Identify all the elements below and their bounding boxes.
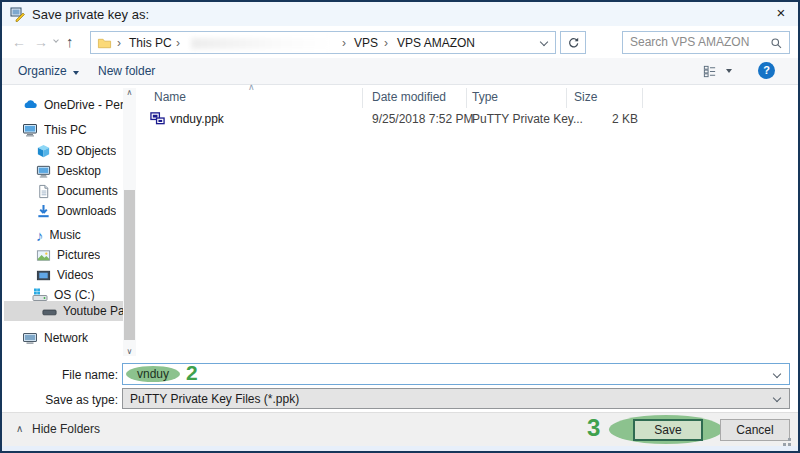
sidebar-item-label: This PC (44, 123, 87, 137)
bottom-strip (2, 446, 798, 451)
hide-folders-caret-icon: ∧ (16, 423, 23, 434)
scroll-down-icon[interactable]: ∨ (123, 347, 136, 356)
sidebar-item-label: 3D Objects (57, 144, 116, 158)
save-button[interactable]: Save (633, 419, 703, 441)
puttygen-app-icon (10, 6, 26, 22)
hide-folders-button[interactable]: Hide Folders (32, 422, 100, 436)
view-mode-icon[interactable] (702, 64, 717, 79)
network-icon (22, 330, 38, 346)
breadcrumb-censored-segment (191, 38, 331, 49)
sidebar-item-label: Music (50, 228, 81, 242)
sidebar-item-youtube-partner[interactable]: Youtube Partner (4, 301, 123, 321)
sidebar-item-label: Downloads (57, 204, 116, 218)
sidebar-scrollbar[interactable]: ∧ ∨ (123, 88, 136, 356)
3d-objects-icon (36, 144, 51, 159)
sidebar-item-label: Videos (57, 268, 93, 282)
cancel-button[interactable]: Cancel (720, 419, 790, 441)
drive-icon (42, 304, 57, 319)
scrollbar-thumb[interactable] (124, 190, 135, 340)
scroll-up-icon[interactable]: ∧ (123, 88, 136, 97)
save-as-dialog: Save private key as: × ← → ↑ › This PC ›… (0, 0, 800, 453)
breadcrumb-dropdown-icon[interactable] (540, 38, 548, 46)
navigation-bar: ← → ↑ › This PC › › VPS › VPS AMAZON (2, 26, 798, 58)
column-divider[interactable] (362, 88, 363, 108)
breadcrumb[interactable]: › This PC › › VPS › VPS AMAZON (90, 31, 556, 54)
column-divider[interactable] (566, 88, 567, 108)
new-folder-button[interactable]: New folder (98, 64, 155, 78)
sidebar-item-music[interactable]: ♪ Music (36, 225, 137, 245)
footer-bar: ∧ Hide Folders 3 Save Cancel (2, 412, 798, 446)
table-row[interactable]: vnduy.ppk 9/25/2018 7:52 PM PuTTY Privat… (142, 109, 792, 129)
folder-icon (97, 36, 112, 51)
sidebar-item-label: Documents (57, 184, 118, 198)
sidebar-item-desktop[interactable]: Desktop (36, 161, 137, 181)
organize-button[interactable]: Organize (18, 64, 79, 78)
column-header-type[interactable]: Type (472, 90, 498, 104)
sidebar-item-this-pc[interactable]: This PC (22, 120, 137, 140)
file-name-cell: vnduy.ppk (170, 112, 224, 126)
breadcrumb-separator: › (342, 36, 346, 50)
search-box[interactable] (622, 31, 790, 54)
back-icon[interactable]: ← (12, 34, 26, 50)
title-bar: Save private key as: × (2, 2, 798, 26)
desktop-icon (36, 164, 51, 179)
command-toolbar: Organize New folder ? (2, 58, 798, 85)
save-as-type-label: Save as type: (6, 393, 118, 407)
close-icon[interactable]: × (768, 4, 794, 24)
refresh-icon (567, 36, 580, 49)
sidebar-item-onedrive[interactable]: OneDrive - Person (22, 95, 137, 115)
file-name-dropdown-icon[interactable] (773, 370, 781, 378)
column-header-date-modified[interactable]: Date modified (372, 90, 446, 104)
help-icon[interactable]: ? (758, 62, 775, 79)
pictures-icon (36, 248, 51, 263)
organize-dropdown-icon (73, 71, 79, 75)
file-name-label: File name: (6, 368, 118, 382)
search-input[interactable] (630, 35, 760, 49)
ppk-file-icon (150, 111, 165, 126)
window-title: Save private key as: (32, 7, 149, 22)
sidebar-item-label: Desktop (57, 164, 101, 178)
view-mode-dropdown-icon[interactable] (726, 69, 732, 73)
up-icon[interactable]: ↑ (66, 33, 74, 50)
history-dropdown-icon[interactable] (53, 37, 59, 43)
column-header-size[interactable]: Size (574, 90, 597, 104)
file-name-input[interactable]: vnduy (122, 363, 790, 385)
column-divider[interactable] (466, 88, 467, 108)
breadcrumb-item-this-pc[interactable]: This PC (129, 36, 172, 50)
this-pc-icon (22, 122, 38, 138)
forward-icon[interactable]: → (34, 34, 48, 50)
onedrive-cloud-icon (22, 97, 38, 113)
file-size-cell: 2 KB (562, 112, 638, 126)
sidebar-item-pictures[interactable]: Pictures (36, 245, 137, 265)
sort-ascending-icon: ∧ (248, 82, 255, 92)
documents-icon (36, 184, 51, 199)
sidebar-item-downloads[interactable]: Downloads (36, 201, 137, 221)
breadcrumb-separator: › (384, 36, 388, 50)
save-as-type-select[interactable]: PuTTY Private Key Files (*.ppk) (122, 388, 790, 409)
save-as-type-value: PuTTY Private Key Files (*.ppk) (130, 392, 299, 406)
breadcrumb-separator: › (176, 36, 180, 50)
videos-icon (36, 268, 51, 283)
column-divider[interactable] (642, 88, 643, 108)
search-icon[interactable] (770, 37, 783, 50)
breadcrumb-item-vps[interactable]: VPS (354, 36, 378, 50)
sidebar-item-documents[interactable]: Documents (36, 181, 137, 201)
organize-label: Organize (18, 64, 67, 78)
sidebar: OneDrive - Person This PC 3D Objects Des… (4, 86, 137, 358)
annotation-step-3: 3 (587, 414, 600, 442)
downloads-icon (36, 204, 51, 219)
save-as-type-dropdown-icon[interactable] (773, 394, 781, 402)
sidebar-item-videos[interactable]: Videos (36, 265, 137, 285)
sidebar-item-network[interactable]: Network (22, 328, 137, 348)
breadcrumb-separator: › (117, 36, 121, 50)
annotation-step-2: 2 (186, 361, 198, 385)
refresh-button[interactable] (560, 31, 586, 54)
resize-grip[interactable] (788, 438, 791, 441)
breadcrumb-item-vps-amazon[interactable]: VPS AMAZON (397, 36, 475, 50)
sidebar-item-label: Youtube Partner (63, 304, 123, 318)
sidebar-item-label: OS (C:) (54, 288, 95, 302)
sidebar-item-3d-objects[interactable]: 3D Objects (36, 141, 137, 161)
file-date-cell: 9/25/2018 7:52 PM (372, 112, 473, 126)
music-icon: ♪ (36, 228, 44, 243)
column-header-name[interactable]: Name (154, 90, 186, 104)
